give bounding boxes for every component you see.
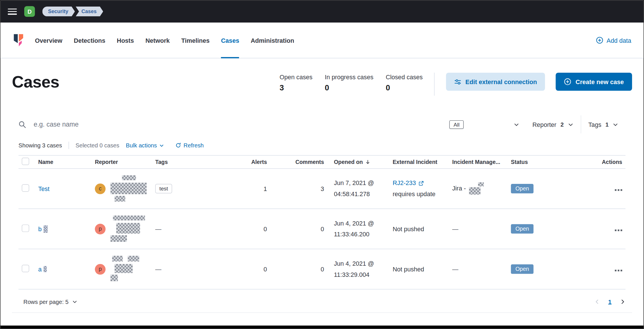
- bulk-actions-button[interactable]: Bulk actions: [126, 142, 164, 149]
- tab-hosts[interactable]: Hosts: [111, 23, 139, 58]
- chevron-down-icon: [159, 143, 164, 148]
- tab-detections[interactable]: Detections: [68, 23, 111, 58]
- status-badge: Open: [511, 184, 533, 193]
- header-alerts: Alerts: [232, 159, 267, 165]
- external-incident-id: RJ2-233: [393, 178, 416, 189]
- row-actions-icon[interactable]: [615, 270, 622, 271]
- tab-overview[interactable]: Overview: [35, 23, 68, 58]
- next-page-icon[interactable]: [620, 299, 625, 304]
- row-actions-icon[interactable]: [615, 189, 622, 191]
- previous-page-icon[interactable]: [594, 299, 600, 304]
- space-avatar[interactable]: D: [24, 6, 35, 17]
- redacted-text: [110, 175, 150, 202]
- reporter-avatar: p: [95, 224, 106, 234]
- case-name-link[interactable]: b: [38, 225, 48, 233]
- refresh-button[interactable]: Refresh: [175, 142, 204, 149]
- header-opened-on-sort[interactable]: Opened on: [334, 159, 370, 165]
- redacted-text: [110, 215, 150, 242]
- comments-count: 0: [267, 266, 324, 273]
- table-header-row: Name Reporter Tags Alerts Comments Opene…: [19, 155, 625, 169]
- cases-table: Name Reporter Tags Alerts Comments Opene…: [19, 155, 625, 289]
- stat-value: 3: [280, 83, 312, 92]
- tags-filter-button[interactable]: Tags 1: [581, 115, 625, 133]
- status-filter-select[interactable]: All: [449, 120, 519, 129]
- select-all-checkbox[interactable]: [22, 158, 29, 165]
- status-filter-value: All: [449, 120, 464, 129]
- row-actions-icon[interactable]: [615, 230, 622, 231]
- external-incident-cell: Not pushed: [393, 266, 452, 273]
- tab-administration[interactable]: Administration: [245, 23, 300, 58]
- row-checkbox[interactable]: [22, 184, 29, 192]
- refresh-label: Refresh: [184, 142, 204, 149]
- redacted-text: [44, 266, 47, 272]
- stat-closed-cases: Closed cases 0: [386, 74, 423, 92]
- header-comments: Comments: [267, 159, 324, 165]
- rows-per-page-button[interactable]: Rows per page: 5: [23, 298, 77, 305]
- header-opened-on: Opened on: [334, 159, 363, 165]
- row-checkbox[interactable]: [22, 225, 29, 232]
- selected-count: Selected 0 cases: [76, 142, 120, 149]
- chevron-down-icon: [613, 122, 618, 127]
- tags-empty: —: [155, 226, 161, 232]
- header-status: Status: [511, 159, 577, 165]
- opened-on-cell: Jun 4, 2021 @ 11:33:29.004: [324, 258, 392, 280]
- stat-label: Closed cases: [386, 74, 423, 80]
- filter-bar: All Reporter 2 Tags 1: [19, 115, 625, 133]
- edit-external-connection-button[interactable]: Edit external connection: [446, 73, 545, 91]
- case-search: [19, 120, 449, 129]
- reporter-filter-label: Reporter: [532, 121, 556, 128]
- breadcrumb-security[interactable]: Security: [42, 7, 75, 17]
- table-row: b p — 0 0 Jun 4, 2021 @ 11:33:46.200 Not…: [19, 209, 625, 249]
- search-input[interactable]: [33, 120, 449, 129]
- external-incident-link[interactable]: RJ2-233: [393, 178, 424, 189]
- status-badge: Open: [511, 224, 533, 233]
- incident-management-cell: Jira -: [452, 182, 511, 195]
- case-name-link[interactable]: a: [38, 266, 47, 273]
- vertical-divider: [434, 73, 434, 96]
- stat-value: 0: [325, 83, 373, 92]
- menu-icon[interactable]: [8, 9, 17, 15]
- table-footer: Rows per page: 5 1: [19, 298, 625, 305]
- header-buttons: Edit external connection Create new case: [446, 73, 632, 91]
- edit-external-connection-label: Edit external connection: [465, 78, 537, 85]
- tab-network[interactable]: Network: [140, 23, 176, 58]
- case-name-link[interactable]: Test: [38, 185, 50, 192]
- alerts-count: 0: [232, 266, 267, 273]
- tags-filter-count: 1: [605, 121, 609, 128]
- incident-management-value: Jira -: [452, 184, 466, 191]
- comments-count: 3: [267, 185, 324, 192]
- stat-in-progress-cases: In progress cases 0: [325, 74, 373, 92]
- reporter-filter-button[interactable]: Reporter 2: [525, 115, 581, 133]
- refresh-icon: [175, 143, 181, 148]
- opened-on-date: Jun 4, 2021 @: [334, 258, 393, 269]
- window-edge: [0, 326, 643, 328]
- header-incident-management: Incident Manage...: [452, 159, 511, 165]
- sort-descending-icon: [365, 159, 370, 165]
- tab-cases[interactable]: Cases: [215, 23, 245, 58]
- opened-on-cell: Jun 7, 2021 @ 04:58:41.278: [324, 178, 392, 200]
- page-number[interactable]: 1: [608, 298, 612, 305]
- opened-on-date: Jun 4, 2021 @: [334, 218, 393, 229]
- tab-timelines[interactable]: Timelines: [175, 23, 215, 58]
- breadcrumb-cases[interactable]: Cases: [76, 7, 103, 17]
- case-name-text: a: [38, 266, 42, 273]
- page-title: Cases: [12, 74, 59, 90]
- security-app-logo-icon[interactable]: [13, 34, 24, 47]
- nav-tabs: Overview Detections Hosts Network Timeli…: [35, 23, 300, 58]
- create-new-case-button[interactable]: Create new case: [556, 73, 632, 91]
- opened-on-time: 11:33:46.200: [334, 229, 393, 240]
- stat-value: 0: [386, 83, 423, 92]
- incident-management-empty: —: [452, 266, 458, 273]
- header-reporter: Reporter: [95, 159, 155, 165]
- reporter-filter-count: 2: [560, 121, 564, 128]
- add-data-button[interactable]: Add data: [596, 36, 631, 44]
- row-checkbox[interactable]: [22, 265, 29, 272]
- incident-management-empty: —: [452, 226, 458, 232]
- status-badge: Open: [511, 264, 533, 274]
- add-icon: [564, 78, 572, 86]
- header-name: Name: [38, 159, 95, 165]
- content-bottom-divider: [12, 312, 632, 313]
- case-name-text: b: [38, 226, 42, 232]
- chevron-down-icon: [568, 122, 573, 127]
- global-header: D Security Cases: [0, 0, 643, 23]
